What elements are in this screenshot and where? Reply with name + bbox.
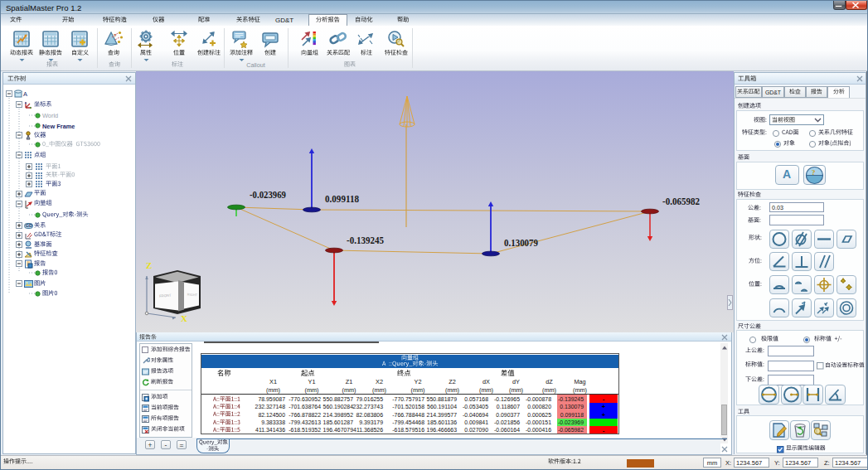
svg-text:0.130079: 0.130079 xyxy=(504,236,538,249)
svg-text:-0.023969: -0.023969 xyxy=(250,188,286,201)
svg-text:?: ? xyxy=(812,168,816,177)
svg-text:-0.139245: -0.139245 xyxy=(347,234,384,246)
svg-text:0.099118: 0.099118 xyxy=(325,192,359,205)
svg-text:GD: GD xyxy=(26,223,32,228)
svg-text:X: X xyxy=(181,313,187,323)
svg-text:Z: Z xyxy=(146,260,152,270)
svg-text:FRONT: FRONT xyxy=(159,293,172,298)
svg-text:-0.065982: -0.065982 xyxy=(662,195,700,207)
